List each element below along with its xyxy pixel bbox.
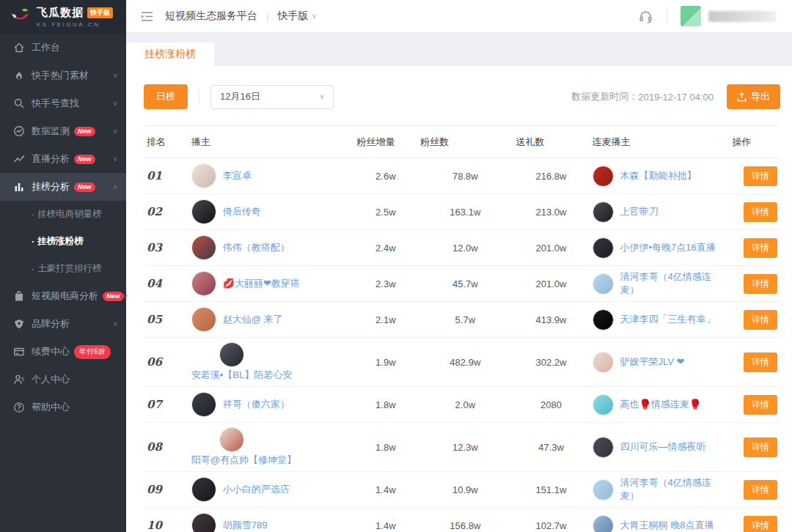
anchor-avatar[interactable] (219, 427, 244, 452)
partner-name-link[interactable]: 上官带刀 (620, 205, 659, 218)
anchor-avatar[interactable] (191, 392, 216, 417)
detail-button[interactable]: 详情 (744, 352, 777, 372)
gift-count-value: 151.1w (513, 472, 589, 508)
anchor-name-link[interactable]: 倚后传奇 (223, 205, 261, 218)
partner-avatar[interactable] (593, 237, 614, 259)
anchor-name-link[interactable]: 胡颜雪789 (223, 519, 268, 532)
sidebar-subitem[interactable]: 土豪打赏排行榜 (0, 255, 126, 282)
home-icon (12, 42, 25, 54)
user-name-redacted[interactable] (708, 11, 776, 22)
partner-name-link[interactable]: 清河李哥（4亿情感连麦） (620, 270, 727, 297)
detail-button[interactable]: 详情 (744, 480, 777, 500)
table-row: 01李宣卓2.6w78.8w216.8w木森【勤能补拙】详情 (144, 158, 780, 194)
fans-gain-value: 1.4w (353, 472, 417, 508)
sidebar-subitem[interactable]: 挂榜电商销量榜 (0, 201, 126, 228)
anchor-avatar[interactable] (191, 307, 216, 332)
rank-label: 10 (147, 519, 162, 532)
daily-rank-button[interactable]: 日榜 (144, 84, 188, 109)
anchor-avatar[interactable] (191, 235, 216, 260)
fans-total-value: 163.1w (417, 194, 513, 230)
app-window: 飞瓜数据 快手版 KS.FEIGUA.CN 工作台快手热门素材˅快手号查找˅数据… (0, 0, 792, 532)
sidebar-item-label: 数据监测 (32, 125, 70, 138)
detail-button[interactable]: 详情 (744, 274, 777, 294)
partner-name-link[interactable]: 木森【勤能补拙】 (620, 169, 697, 182)
chevron-up-icon: ˄ (113, 183, 117, 191)
anchor-name-link[interactable]: 李宣卓 (223, 169, 252, 182)
partner-avatar[interactable] (593, 273, 614, 295)
sidebar-item-0[interactable]: 工作台 (0, 34, 126, 62)
partner-avatar[interactable] (593, 309, 614, 330)
version-switcher[interactable]: 快手版 ˅ (277, 10, 316, 23)
chevron-down-icon: ˅ (113, 320, 117, 328)
collapse-menu-icon[interactable] (141, 10, 153, 23)
fans-total-value: 10.9w (417, 472, 513, 508)
anchor-avatar[interactable] (191, 199, 216, 224)
partner-avatar[interactable] (593, 166, 614, 187)
sidebar-item-8[interactable]: 续费中心年付6折 (0, 338, 126, 366)
anchor-name-link[interactable]: 赵大仙@ 来了 (223, 313, 283, 326)
promo-badge: 年付6折 (74, 345, 111, 359)
sidebar-item-4[interactable]: 直播分析New˅ (0, 145, 126, 173)
partner-avatar[interactable] (593, 479, 614, 500)
anchor-name-link[interactable]: 伟伟（教搭配） (223, 241, 290, 254)
export-button[interactable]: 导出 (727, 84, 780, 109)
sidebar-item-6[interactable]: 短视频电商分析New˅ (0, 282, 126, 310)
detail-button[interactable]: 详情 (744, 516, 777, 532)
fans-gain-value: 1.8w (353, 387, 417, 423)
anchor-avatar[interactable] (191, 477, 216, 502)
partner-avatar[interactable] (593, 202, 614, 223)
anchor-avatar[interactable] (191, 163, 216, 188)
column-header: 操作 (730, 126, 780, 158)
anchor-name-link[interactable]: 阳哥@有点帅【修坤堂】 (191, 454, 296, 467)
detail-button[interactable]: 详情 (744, 437, 777, 457)
partner-name-link[interactable]: 四川可乐—情感夜听 (620, 440, 706, 454)
sidebar-item-9[interactable]: 个人中心 (0, 366, 126, 394)
sidebar-item-label: 品牌分析 (32, 317, 70, 330)
sidebar-item-7[interactable]: 品牌分析˅ (0, 310, 126, 338)
fire-icon (12, 70, 25, 82)
anchor-name-link[interactable]: 祥哥（傻六家） (223, 398, 290, 411)
sidebar-item-3[interactable]: 数据监测New˅ (0, 117, 126, 145)
partner-name-link[interactable]: 高也🥊情感连麦🥊 (620, 398, 701, 411)
partner-avatar[interactable] (593, 394, 614, 415)
partner-name-link[interactable]: 驴嫂平荣JLV ❤ (620, 355, 685, 369)
update-time-value: 2019-12-17 04:00 (638, 92, 714, 103)
toolbar: 日榜 12月16日 ˅ 数据更新时间： 2019-12-17 04:00 导出 (126, 84, 792, 109)
anchor-name-link[interactable]: 安若溪▪【BL】陌若心安 (191, 369, 293, 382)
support-headset-icon[interactable] (638, 9, 653, 24)
partner-avatar[interactable] (593, 437, 614, 458)
detail-button[interactable]: 详情 (744, 238, 777, 258)
logo[interactable]: 飞瓜数据 快手版 KS.FEIGUA.CN (0, 0, 126, 34)
sidebar-item-10[interactable]: 帮助中心 (0, 394, 126, 421)
detail-button[interactable]: 详情 (744, 166, 777, 186)
monitor-icon (12, 125, 25, 138)
detail-button[interactable]: 详情 (744, 395, 777, 415)
anchor-avatar[interactable] (191, 513, 216, 532)
anchor-avatar[interactable] (219, 342, 244, 367)
anchor-name-link[interactable]: 小小白的严选店 (223, 483, 290, 496)
sidebar-item-1[interactable]: 快手热门素材˅ (0, 62, 126, 89)
gift-count-value: 47.3w (513, 423, 589, 472)
divider (667, 10, 667, 23)
fans-gain-value: 1.4w (353, 508, 417, 532)
tab-rising-fans[interactable]: 挂榜涨粉榜 (126, 43, 214, 66)
sidebar-item-2[interactable]: 快手号查找˅ (0, 89, 126, 117)
sidebar-subitem[interactable]: 挂榜涨粉榜 (0, 228, 126, 255)
detail-button[interactable]: 详情 (744, 202, 777, 222)
anchor-avatar[interactable] (191, 271, 216, 296)
partner-avatar[interactable] (593, 515, 614, 532)
partner-name-link[interactable]: 大胃王桐桐 晚8点直播 (620, 519, 714, 532)
brand-domain: KS.FEIGUA.CN (37, 21, 113, 28)
partner-name-link[interactable]: 小伊伊•每晚7点16直播 (620, 241, 716, 254)
date-select[interactable]: 12月16日 ˅ (210, 85, 334, 109)
sidebar-menu: 工作台快手热门素材˅快手号查找˅数据监测New˅直播分析New˅挂榜分析New˄… (0, 34, 126, 421)
partner-name-link[interactable]: 清河李哥（4亿情感连麦） (620, 476, 727, 503)
new-badge: New (103, 292, 124, 301)
partner-avatar[interactable] (593, 352, 614, 373)
anchor-name-link[interactable]: 💋大丽丽❤教穿搭 (223, 277, 300, 290)
sidebar-item-5[interactable]: 挂榜分析New˄ (0, 173, 126, 201)
detail-button[interactable]: 详情 (744, 310, 777, 330)
partner-name-link[interactable]: 天津李四「三生有幸」 (620, 313, 716, 326)
table-row: 06安若溪▪【BL】陌若心安1.9w482.9w302.2w驴嫂平荣JLV ❤详… (144, 338, 780, 387)
user-avatar[interactable] (681, 6, 701, 26)
